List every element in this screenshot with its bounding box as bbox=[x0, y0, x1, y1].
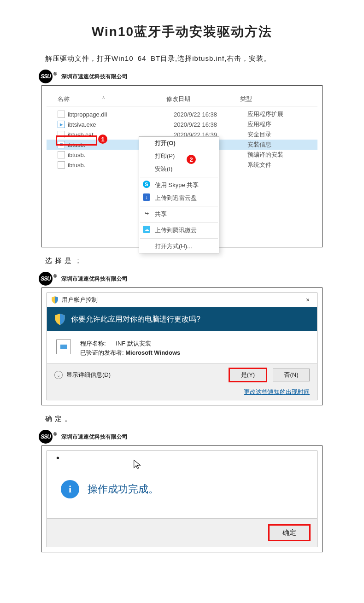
show-details-link[interactable]: 显示详细信息(D) bbox=[66, 371, 111, 379]
sort-indicator-icon: ∧ bbox=[102, 95, 105, 100]
watermark: SSU ® 深圳市速速优科技有限公司 bbox=[39, 430, 323, 444]
uac-info: 程序名称: INF 默认安装 已验证的发布者: Microsoft Window… bbox=[80, 340, 180, 358]
yes-button[interactable]: 是(Y) bbox=[229, 369, 266, 381]
change-notification-link[interactable]: 更改这些通知的出现时间 bbox=[54, 388, 310, 396]
company-name: 深圳市速速优科技有限公司 bbox=[61, 73, 128, 81]
menu-share[interactable]: ↪ 共享 bbox=[139, 208, 219, 221]
program-name: INF 默认安装 bbox=[116, 340, 151, 347]
label-publisher: 已验证的发布者: bbox=[80, 349, 124, 356]
exe-file-icon: ▶ bbox=[58, 121, 65, 128]
file-row[interactable]: ▶ ibtsiva.exe 2020/9/22 16:38 应用程序 bbox=[47, 119, 317, 129]
uac-title-text: 用户帐户控制 bbox=[62, 296, 302, 304]
intro-text: 解压驱动文件，打开Win10_64_BT目录,选择ibtusb.inf,右击，安… bbox=[45, 54, 323, 63]
menu-separator bbox=[140, 206, 218, 206]
watermark: SSU ® 深圳市速速优科技有限公司 bbox=[39, 70, 323, 83]
success-dialog: • i 操作成功完成。 确定 bbox=[47, 451, 317, 547]
page-title: Win10蓝牙手动安装驱动方法 bbox=[41, 23, 323, 41]
figure-1-frame: 名称 ∧ 修改日期 类型 ibtproppage.dll 2020/9/22 1… bbox=[41, 85, 323, 247]
figure-3-frame: • i 操作成功完成。 确定 bbox=[41, 445, 323, 552]
file-row[interactable]: ibtproppage.dll 2020/9/22 16:38 应用程序扩展 bbox=[47, 109, 317, 119]
share-icon: ↪ bbox=[143, 210, 150, 217]
success-message: 操作成功完成。 bbox=[88, 482, 159, 496]
ssu-logo-icon: SSU bbox=[39, 70, 53, 83]
ssu-logo-icon: SSU bbox=[39, 430, 53, 444]
menu-xunlei-upload[interactable]: ↓ 上传到迅雷云盘 bbox=[139, 192, 219, 205]
label-program: 程序名称: bbox=[80, 340, 106, 347]
menu-separator bbox=[140, 222, 218, 222]
no-button[interactable]: 否(N) bbox=[273, 369, 310, 381]
registered-icon: ® bbox=[53, 71, 57, 76]
menu-separator bbox=[140, 238, 218, 239]
uac-footer: ⌄ 显示详细信息(D) 是(Y) 否(N) 更改这些通知的出现时间 bbox=[47, 363, 317, 400]
xunlei-icon: ↓ bbox=[143, 193, 150, 201]
menu-weiyun-upload[interactable]: ☁ 上传到腾讯微云 bbox=[139, 224, 219, 237]
menu-install[interactable]: 安装(I) bbox=[139, 163, 219, 176]
app-icon bbox=[56, 340, 71, 354]
menu-skype-share[interactable]: S 使用 Skype 共享 bbox=[139, 179, 219, 192]
chevron-down-icon[interactable]: ⌄ bbox=[54, 371, 63, 379]
menu-open-with[interactable]: 打开方式(H)... bbox=[139, 240, 219, 253]
menu-separator bbox=[140, 177, 218, 177]
uac-titlebar: 用户帐户控制 × bbox=[47, 293, 317, 307]
bullet-icon: • bbox=[56, 453, 59, 463]
step-2-text: 选 择 是 ； bbox=[45, 257, 323, 265]
info-icon: i bbox=[61, 480, 79, 498]
context-menu: 打开(O) 打印(P) 安装(I) S 使用 Skype 共享 ↓ 上传到迅雷云… bbox=[139, 136, 219, 253]
uac-dialog: 用户帐户控制 × 你要允许此应用对你的电脑进行更改吗? 程序名称: INF 默认… bbox=[47, 293, 317, 400]
callout-marker-1: 1 bbox=[98, 135, 107, 144]
registered-icon: ® bbox=[53, 432, 57, 437]
callout-marker-2: 2 bbox=[187, 155, 196, 164]
uac-banner-text: 你要允许此应用对你的电脑进行更改吗? bbox=[71, 315, 200, 324]
skype-icon: S bbox=[143, 181, 150, 188]
uac-banner: 你要允许此应用对你的电脑进行更改吗? bbox=[47, 307, 317, 331]
inf-file-icon bbox=[58, 141, 65, 148]
file-icon bbox=[58, 151, 65, 158]
mouse-cursor-icon bbox=[132, 459, 142, 469]
col-type[interactable]: 类型 bbox=[240, 95, 317, 103]
explorer-window: 名称 ∧ 修改日期 类型 ibtproppage.dll 2020/9/22 1… bbox=[47, 90, 317, 242]
ok-button[interactable]: 确定 bbox=[269, 525, 310, 540]
file-icon bbox=[58, 161, 65, 169]
shield-icon bbox=[51, 296, 59, 304]
menu-open[interactable]: 打开(O) bbox=[139, 137, 219, 150]
watermark: SSU ® 深圳市速速优科技有限公司 bbox=[39, 272, 323, 286]
col-date[interactable]: 修改日期 bbox=[166, 95, 240, 103]
figure-2-frame: 用户帐户控制 × 你要允许此应用对你的电脑进行更改吗? 程序名称: INF 默认… bbox=[41, 287, 323, 405]
explorer-columns: 名称 ∧ 修改日期 类型 bbox=[47, 93, 317, 106]
col-name[interactable]: 名称 ∧ bbox=[47, 95, 166, 103]
dll-file-icon bbox=[58, 111, 65, 118]
ssu-logo-icon: SSU bbox=[39, 272, 53, 286]
step-3-text: 确 定 。 bbox=[45, 415, 323, 423]
registered-icon: ® bbox=[53, 274, 57, 279]
shield-large-icon bbox=[53, 313, 66, 326]
company-name: 深圳市速速优科技有限公司 bbox=[61, 275, 128, 283]
menu-print[interactable]: 打印(P) bbox=[139, 150, 219, 163]
publisher-name: Microsoft Windows bbox=[125, 349, 180, 356]
close-button[interactable]: × bbox=[302, 296, 313, 304]
cat-file-icon bbox=[58, 131, 65, 138]
weiyun-icon: ☁ bbox=[143, 226, 150, 233]
company-name: 深圳市速速优科技有限公司 bbox=[61, 433, 128, 441]
